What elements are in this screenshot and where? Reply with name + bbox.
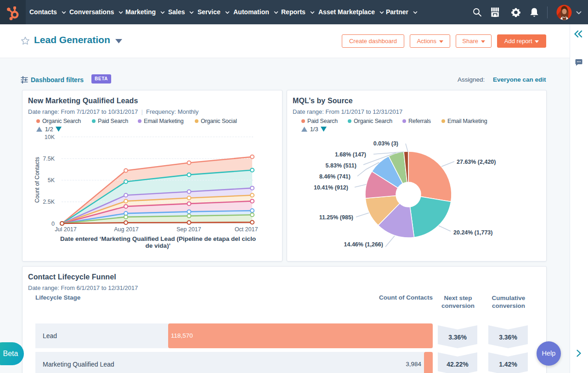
svg-text:0.03% (3): 0.03% (3): [373, 140, 398, 147]
svg-text:20.24% (1,773): 20.24% (1,773): [453, 229, 492, 236]
svg-text:8.46% (741): 8.46% (741): [319, 173, 351, 180]
svg-text:10.41% (912): 10.41% (912): [314, 184, 348, 191]
svg-text:11.25% (985): 11.25% (985): [319, 214, 353, 221]
svg-text:2.5K: 2.5K: [43, 199, 55, 205]
svg-text:27.63% (2,420): 27.63% (2,420): [457, 159, 496, 165]
svg-text:1.68% (147): 1.68% (147): [335, 151, 366, 158]
svg-text:0: 0: [51, 221, 55, 227]
svg-text:14.46% (1,266): 14.46% (1,266): [344, 241, 383, 248]
svg-text:5.83% (511): 5.83% (511): [326, 162, 356, 169]
svg-text:7.5K: 7.5K: [43, 156, 55, 162]
svg-text:5K: 5K: [48, 177, 55, 184]
svg-text:10K: 10K: [45, 134, 55, 140]
